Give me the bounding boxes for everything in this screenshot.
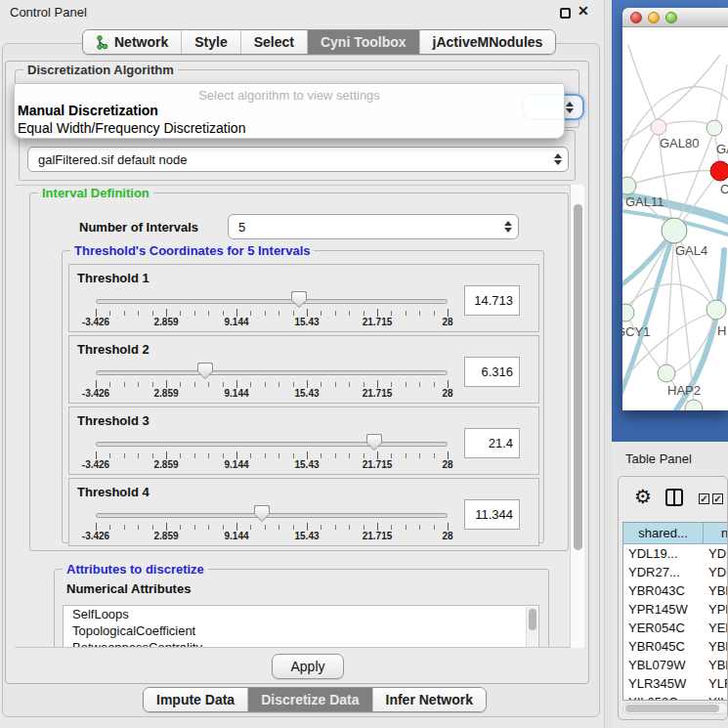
- tick-label: -3.426: [82, 459, 109, 470]
- attributes-group: Attributes to discretize Numerical Attri…: [54, 569, 549, 648]
- table-row[interactable]: YIL052CYIL052C: [623, 693, 728, 701]
- column-header-name[interactable]: name: [704, 523, 728, 544]
- threshold-4-value-field[interactable]: 11.344: [464, 499, 520, 530]
- table-horizontal-scrollbar[interactable]: [622, 703, 728, 714]
- threshold-4-slider[interactable]: [96, 513, 448, 518]
- number-of-intervals-combobox[interactable]: 5: [228, 214, 519, 239]
- tick-label: 9.144: [224, 388, 248, 399]
- table-row[interactable]: YLR345WYLR345W: [623, 674, 728, 693]
- panel-scrollbar[interactable]: [570, 185, 584, 648]
- table-row[interactable]: YPR145WYPR145W: [623, 600, 728, 619]
- tick-labels: -3.426 2.859 9.144 15.43 21.715 28: [96, 459, 449, 472]
- cell: YBR043C: [623, 581, 704, 600]
- table-row[interactable]: YBR045CYBR045C: [623, 637, 728, 656]
- popup-item-manual-discretization[interactable]: Manual Discretization: [18, 103, 158, 118]
- threshold-3-slider-handle[interactable]: [366, 434, 382, 450]
- threshold-1-slider-handle[interactable]: [291, 291, 307, 308]
- threshold-3-slider[interactable]: [96, 442, 448, 447]
- threshold-1-slider[interactable]: [96, 299, 448, 304]
- close-traffic-light-icon[interactable]: [630, 12, 642, 23]
- tab-infer-network-label: Infer Network: [386, 692, 473, 707]
- panel-splitter[interactable]: [604, 0, 612, 728]
- tab-cyni-toolbox[interactable]: Cyni Toolbox: [308, 30, 420, 54]
- table-row[interactable]: YER054CYER054C: [623, 619, 728, 637]
- network-canvas[interactable]: GAL80 GA GAL11 C GAL4 GCY1 H HAP2: [622, 27, 728, 410]
- popup-item-equal-width-frequency[interactable]: Equal Width/Frequency Discretization: [18, 120, 245, 136]
- node-label-clipped: GA: [716, 142, 728, 156]
- tab-cyni-toolbox-label: Cyni Toolbox: [321, 34, 407, 50]
- discretization-algorithm-group-title: Discretization Algorithm: [23, 63, 178, 77]
- table-row[interactable]: YBR043CYBR043C: [623, 581, 728, 600]
- table-row[interactable]: YDL19...YDL19...: [623, 544, 728, 563]
- network-view-window[interactable]: GAL80 GA GAL11 C GAL4 GCY1 H HAP2: [622, 8, 728, 410]
- tab-style[interactable]: Style: [182, 30, 240, 54]
- tick-label: 15.43: [294, 459, 319, 470]
- thresholds-group-title: Threshold's Coordinates for 5 Intervals: [70, 243, 314, 258]
- table-row[interactable]: YBL079WYBL079W: [623, 656, 728, 674]
- tab-network[interactable]: Network: [83, 30, 182, 54]
- tick-marks: [96, 523, 449, 531]
- tab-network-label: Network: [114, 34, 168, 50]
- scrollbar-thumb[interactable]: [625, 705, 719, 712]
- node-label-gcy1: GCY1: [622, 324, 650, 339]
- checkbox-icon[interactable]: ✓: [712, 493, 723, 504]
- columns-icon[interactable]: [665, 489, 683, 506]
- threshold-2-panel: Threshold 2 -3.426 2.859 9.144 15.43 21.…: [68, 335, 539, 404]
- tick-label: 28: [442, 388, 452, 399]
- control-panel-titlebar: Control Panel ✕: [0, 0, 604, 25]
- network-icon: [96, 35, 108, 50]
- list-item[interactable]: SelfLoops: [64, 606, 538, 622]
- node-label-clipped: H: [717, 323, 726, 338]
- node-table[interactable]: shared... name YDL19...YDL19... YDR27...…: [622, 522, 728, 701]
- list-item[interactable]: BetweennessCentrality: [64, 639, 538, 648]
- close-icon[interactable]: ✕: [578, 3, 589, 19]
- gear-icon[interactable]: ⚙: [634, 485, 652, 508]
- list-scrollbar[interactable]: [526, 607, 537, 648]
- tab-discretize-data[interactable]: Discretize Data: [248, 688, 372, 711]
- float-window-icon[interactable]: [560, 8, 571, 19]
- apply-button[interactable]: Apply: [272, 654, 344, 679]
- cell: YBR045C: [704, 637, 728, 656]
- numerical-attributes-list[interactable]: SelfLoops TopologicalCoefficient Between…: [63, 605, 539, 648]
- threshold-4-slider-handle[interactable]: [254, 505, 270, 522]
- table-data-combo-value: galFiltered.sif default node: [28, 152, 548, 167]
- numerical-attributes-label: Numerical Attributes: [66, 581, 191, 596]
- tick-label: 21.715: [363, 459, 393, 470]
- threshold-2-value-field[interactable]: 6.316: [464, 357, 520, 387]
- tick-label: 2.859: [153, 388, 178, 399]
- threshold-4-label: Threshold 4: [77, 485, 150, 499]
- table-panel: Table Panel ⚙ ✓ ✓ shared... name YDL19..…: [612, 442, 728, 728]
- cell: YDR27...: [704, 563, 728, 581]
- checkbox-icon[interactable]: ✓: [699, 493, 709, 504]
- network-window-titlebar[interactable]: [622, 8, 728, 27]
- cell: YDR27...: [623, 563, 704, 581]
- zoom-traffic-light-icon[interactable]: [665, 12, 677, 23]
- table-data-combobox[interactable]: galFiltered.sif default node: [27, 147, 569, 172]
- tick-label: 9.144: [224, 459, 248, 470]
- tick-marks: [96, 380, 449, 388]
- cell: YER054C: [704, 619, 728, 637]
- tick-labels: -3.426 2.859 9.144 15.43 21.715 28: [96, 317, 449, 329]
- tab-infer-network[interactable]: Infer Network: [373, 688, 486, 711]
- cyni-toolbox-panel: Discretization Algorithm Select algorith…: [5, 61, 589, 684]
- threshold-2-slider-handle[interactable]: [197, 363, 213, 379]
- threshold-2-slider[interactable]: [96, 370, 448, 375]
- tab-select[interactable]: Select: [241, 30, 308, 54]
- scrollbar-thumb[interactable]: [574, 204, 582, 550]
- minimize-traffic-light-icon[interactable]: [648, 12, 660, 23]
- tick-label: 15.43: [294, 317, 319, 327]
- tab-select-label: Select: [254, 34, 294, 50]
- table-row[interactable]: YDR27...YDR27...: [623, 563, 728, 581]
- column-header-shared[interactable]: shared...: [623, 523, 704, 544]
- list-item[interactable]: TopologicalCoefficient: [64, 622, 538, 639]
- threshold-1-value-field[interactable]: 14.713: [464, 285, 520, 316]
- threshold-3-value-field[interactable]: 21.4: [464, 428, 520, 458]
- tick-labels: -3.426 2.859 9.144 15.43 21.715 28: [96, 388, 449, 401]
- cell: YIL052C: [623, 693, 704, 701]
- tab-impute-data[interactable]: Impute Data: [144, 688, 248, 711]
- tab-jactivemnodules[interactable]: jActiveMNodules: [420, 30, 556, 54]
- cell: YDL19...: [623, 544, 704, 563]
- combo-stepper-icon: [548, 153, 568, 165]
- tick-label: 28: [442, 317, 452, 327]
- interval-definition-group: Interval Definition Number of Intervals …: [29, 193, 569, 551]
